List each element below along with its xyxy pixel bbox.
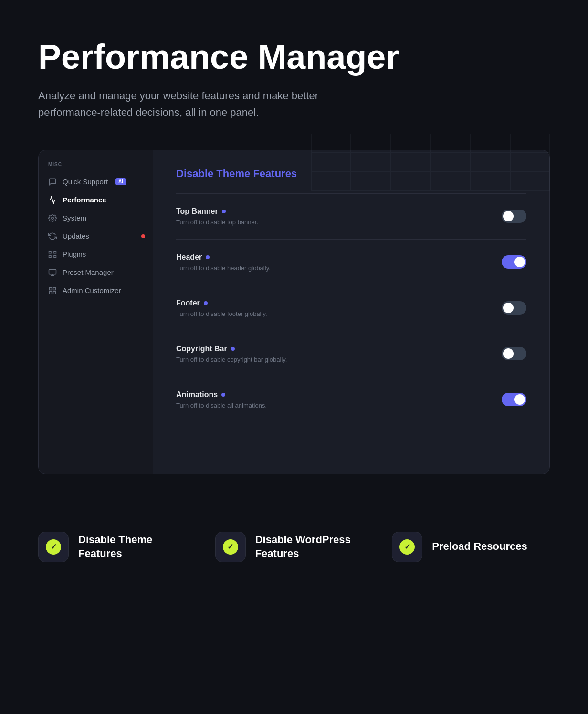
feature-desc-top-banner: Turn off to disable top banner.	[176, 219, 258, 226]
sidebar: MISC Quick Support AI Performance	[39, 150, 153, 474]
grid-overlay	[311, 134, 550, 191]
toggle-thumb-header	[514, 257, 525, 267]
feature-icon-box-disable-wordpress: ✓	[215, 532, 246, 562]
feature-row-copyright-bar: Copyright Bar Turn off to disable copyri…	[176, 331, 526, 377]
feature-desc-header: Turn off to disable header globally.	[176, 264, 271, 272]
feature-name-header: Header	[176, 253, 271, 262]
feature-dot-copyright-bar	[231, 347, 235, 351]
feature-desc-footer: Turn off to disable footer globally.	[176, 310, 267, 317]
preset-icon	[48, 268, 57, 277]
sidebar-label-updates: Updates	[63, 232, 89, 240]
hero-subtitle: Analyze and manage your website features…	[38, 87, 372, 121]
feature-icon-box-preload-resources: ✓	[392, 532, 422, 562]
page-title: Performance Manager	[38, 38, 550, 76]
updates-notification-dot	[141, 234, 145, 238]
svg-rect-7	[53, 287, 56, 290]
ai-badge: AI	[116, 178, 126, 185]
feature-card-label-disable-theme: Disable Theme Features	[78, 533, 196, 560]
admin-icon	[48, 286, 57, 295]
feature-card-disable-wordpress: ✓ Disable WordPress Features	[215, 532, 373, 562]
feature-card-label-preload-resources: Preload Resources	[432, 540, 527, 554]
svg-point-0	[52, 217, 54, 219]
feature-dot-footer	[204, 301, 208, 305]
feature-info-copyright-bar: Copyright Bar Turn off to disable copyri…	[176, 345, 287, 363]
sidebar-label-performance: Performance	[63, 196, 106, 204]
toggle-top-banner[interactable]	[502, 210, 526, 223]
performance-icon	[48, 196, 57, 204]
sidebar-label-system: System	[63, 214, 86, 222]
feature-row-footer: Footer Turn off to disable footer global…	[176, 285, 526, 331]
feature-info-header: Header Turn off to disable header global…	[176, 253, 271, 272]
feature-info-footer: Footer Turn off to disable footer global…	[176, 299, 267, 317]
check-icon-disable-wordpress: ✓	[223, 539, 238, 555]
feature-card-disable-theme: ✓ Disable Theme Features	[38, 532, 196, 562]
feature-icon-box-disable-theme: ✓	[38, 532, 69, 562]
toggle-thumb-footer	[503, 303, 514, 313]
bottom-features: ✓ Disable Theme Features ✓ Disable WordP…	[0, 503, 588, 600]
sidebar-item-admin-customizer[interactable]: Admin Customizer	[39, 282, 153, 300]
sidebar-item-quick-support[interactable]: Quick Support AI	[39, 173, 153, 191]
feature-name-animations: Animations	[176, 390, 267, 399]
feature-dot-animations	[221, 393, 225, 397]
chat-icon	[48, 178, 57, 186]
svg-rect-6	[49, 287, 52, 290]
refresh-icon	[48, 232, 57, 241]
feature-name-footer: Footer	[176, 299, 267, 307]
sidebar-section-label: MISC	[39, 162, 153, 173]
feature-info-animations: Animations Turn off to disable all anima…	[176, 390, 267, 409]
svg-rect-3	[49, 255, 52, 258]
toggle-thumb-top-banner	[503, 211, 514, 221]
hero-section: Performance Manager Analyze and manage y…	[0, 0, 588, 150]
feature-dot-header	[206, 255, 210, 259]
feature-desc-copyright-bar: Turn off to disable copyright bar global…	[176, 356, 287, 363]
sidebar-item-preset-manager[interactable]: Preset Manager	[39, 263, 153, 282]
sidebar-item-performance[interactable]: Performance	[39, 191, 153, 209]
feature-info-top-banner: Top Banner Turn off to disable top banne…	[176, 207, 258, 226]
gear-icon	[48, 214, 57, 222]
feature-card-preload-resources: ✓ Preload Resources	[392, 532, 550, 562]
sidebar-label-quick-support: Quick Support	[63, 178, 108, 186]
svg-rect-2	[54, 251, 56, 253]
feature-name-top-banner: Top Banner	[176, 207, 258, 216]
sidebar-label-plugins: Plugins	[63, 250, 86, 258]
feature-row-top-banner: Top Banner Turn off to disable top banne…	[176, 194, 526, 239]
plugins-icon	[48, 250, 57, 259]
svg-rect-9	[53, 291, 56, 294]
sidebar-item-plugins[interactable]: Plugins	[39, 245, 153, 263]
feature-row-header: Header Turn off to disable header global…	[176, 240, 526, 285]
check-icon-disable-theme: ✓	[46, 539, 61, 555]
sidebar-item-updates[interactable]: Updates	[39, 227, 153, 245]
toggle-animations[interactable]	[502, 393, 526, 406]
svg-rect-8	[49, 291, 52, 294]
check-icon-preload-resources: ✓	[399, 539, 415, 555]
svg-rect-1	[49, 251, 52, 253]
toggle-header[interactable]	[502, 255, 526, 269]
sidebar-label-admin-customizer: Admin Customizer	[63, 286, 121, 294]
feature-card-label-disable-wordpress: Disable WordPress Features	[255, 533, 373, 560]
feature-name-copyright-bar: Copyright Bar	[176, 345, 287, 353]
sidebar-item-system[interactable]: System	[39, 209, 153, 227]
main-content: Disable Theme Features Top Banner Turn o…	[153, 150, 549, 474]
feature-dot-top-banner	[222, 210, 226, 213]
svg-rect-5	[49, 269, 56, 274]
main-panel: MISC Quick Support AI Performance	[38, 150, 550, 474]
feature-desc-animations: Turn off to disable all animations.	[176, 402, 267, 409]
feature-row-animations: Animations Turn off to disable all anima…	[176, 377, 526, 422]
sidebar-label-preset-manager: Preset Manager	[63, 268, 114, 276]
toggle-copyright-bar[interactable]	[502, 347, 526, 360]
toggle-thumb-copyright-bar	[503, 348, 514, 359]
toggle-thumb-animations	[514, 394, 525, 405]
svg-rect-4	[54, 255, 56, 258]
toggle-footer[interactable]	[502, 301, 526, 315]
